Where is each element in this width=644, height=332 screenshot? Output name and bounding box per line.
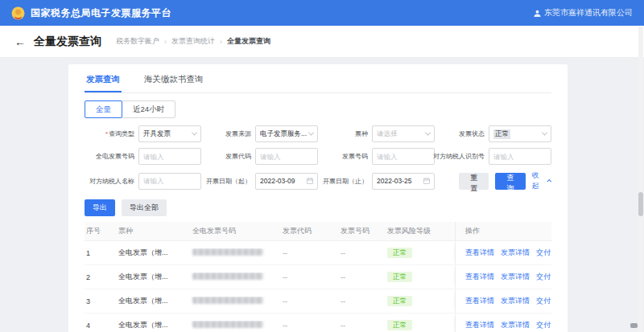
cell-ticket-type: 全电发票（增... <box>117 320 191 330</box>
invoice-status-label: 发票状态 <box>459 129 489 138</box>
cell-invoice-code: -- <box>281 273 339 281</box>
platform-brand: 国家税务总局电子发票服务平台 <box>11 6 171 20</box>
calendar-icon <box>423 178 430 184</box>
table-body: 1 全电发票（增... -- -- 正常 查看详情 发票详情 交付 2 全电发票… <box>85 241 551 332</box>
breadcrumb-item-current: 全量发票查询 <box>227 36 270 47</box>
cell-index: 3 <box>85 297 117 305</box>
collapse-link[interactable]: 收起 <box>532 170 551 191</box>
cell-ticket-type: 全电发票（增... <box>117 248 191 258</box>
tab-customs-payment-query[interactable]: 海关缴款书查询 <box>142 71 205 92</box>
header-risk-level: 发票风险等级 <box>386 226 455 236</box>
redacted-invoice-number <box>192 297 263 304</box>
cell-index: 4 <box>85 322 117 330</box>
query-type-select[interactable]: 开具发票 <box>138 125 201 142</box>
tab-invoice-query[interactable]: 发票查询 <box>85 71 122 92</box>
buyer-name-input[interactable] <box>138 173 201 190</box>
status-badge: 正常 <box>387 248 412 258</box>
browser-corner-icon <box>630 323 638 328</box>
deliver-link[interactable]: 交付 <box>536 320 551 330</box>
status-badge: 正常 <box>387 296 412 306</box>
table-row: 3 全电发票（增... -- -- 正常 查看详情 发票详情 交付 <box>85 289 551 314</box>
invoice-code-label: 发票代码 <box>225 152 255 161</box>
table-row: 4 全电发票（增... -- -- 正常 查看详情 发票详情 交付 <box>85 314 551 332</box>
query-button[interactable]: 查询 <box>495 173 525 190</box>
vertical-scrollbar-thumb[interactable] <box>638 192 643 216</box>
status-badge: 正常 <box>387 272 412 282</box>
view-detail-link[interactable]: 查看详情 <box>465 320 494 330</box>
reset-button[interactable]: 重置 <box>459 173 489 190</box>
breadcrumb-item-query-stats[interactable]: 发票查询统计 <box>171 36 215 47</box>
vertical-scrollbar-track <box>638 27 643 332</box>
platform-logo-icon <box>11 6 25 20</box>
invoice-number-input[interactable] <box>372 148 435 165</box>
page-header: ← 全量发票查询 税务数字账户 › 发票查询统计 › 全量发票查询 <box>0 26 644 58</box>
cell-invoice-code: -- <box>281 249 339 257</box>
redacted-invoice-number <box>192 273 263 280</box>
main-card: 发票查询 海关缴款书查询 全量 近24小时 *查询类型 开具发票 发票来源 电子… <box>68 64 568 332</box>
invoice-detail-link[interactable]: 发票详情 <box>501 272 530 282</box>
cell-invoice-number: -- <box>339 249 386 257</box>
invoice-detail-link[interactable]: 发票详情 <box>501 320 530 330</box>
invoice-detail-link[interactable]: 发票详情 <box>501 296 530 306</box>
chevron-down-icon <box>308 130 314 136</box>
breadcrumb: 税务数字账户 › 发票查询统计 › 全量发票查询 <box>116 36 270 47</box>
chevron-up-icon <box>547 179 552 184</box>
chevron-down-icon <box>542 130 547 136</box>
view-detail-link[interactable]: 查看详情 <box>465 296 494 306</box>
cell-ticket-type: 全电发票（增... <box>117 272 191 282</box>
range-all-button[interactable]: 全量 <box>85 100 122 118</box>
buyer-tax-id-input[interactable] <box>489 148 551 165</box>
table-row: 2 全电发票（增... -- -- 正常 查看详情 发票详情 交付 <box>85 265 551 289</box>
view-detail-link[interactable]: 查看详情 <box>465 272 494 282</box>
breadcrumb-item-account[interactable]: 税务数字账户 <box>116 36 159 47</box>
invoice-status-select[interactable]: 正常 <box>489 125 551 142</box>
deliver-link[interactable]: 交付 <box>536 272 551 282</box>
cell-invoice-code: -- <box>281 322 339 330</box>
buyer-tax-id-label: 对方纳税人识别号 <box>433 152 489 161</box>
page-title: 全量发票查询 <box>34 35 101 49</box>
breadcrumb-separator: › <box>220 38 222 46</box>
cell-index: 1 <box>85 249 117 257</box>
header-ticket-type: 票种 <box>117 226 191 236</box>
query-type-label: *查询类型 <box>105 129 138 138</box>
account-menu[interactable]: 东莞市嘉祥通讯有限公司 <box>534 7 633 18</box>
cell-ticket-type: 全电发票（增... <box>117 296 191 306</box>
export-button[interactable]: 导出 <box>85 199 115 216</box>
cell-invoice-code: -- <box>281 297 339 305</box>
redacted-invoice-number <box>192 321 263 328</box>
topbar: 国家税务总局电子发票服务平台 东莞市嘉祥通讯有限公司 <box>0 0 644 26</box>
edi-number-label: 全电发票号码 <box>96 152 138 161</box>
required-mark: * <box>105 130 108 137</box>
range-24h-button[interactable]: 近24小时 <box>122 100 175 118</box>
filter-form: *查询类型 开具发票 发票来源 电子发票服务... 票种 请选择 发票状态 正常 <box>85 125 551 191</box>
breadcrumb-separator: › <box>164 38 167 46</box>
ticket-type-select[interactable]: 请选择 <box>372 125 435 142</box>
invoice-detail-link[interactable]: 发票详情 <box>501 248 530 258</box>
export-all-button[interactable]: 导出全部 <box>122 199 167 216</box>
deliver-link[interactable]: 交付 <box>536 296 551 306</box>
deliver-link[interactable]: 交付 <box>536 248 551 258</box>
table-header-row: 序号 票种 全电发票号码 发票代码 发票号码 发票风险等级 操作 <box>85 222 551 241</box>
date-end-picker[interactable]: 2022-03-25 <box>372 173 435 190</box>
invoice-source-select[interactable]: 电子发票服务... <box>255 125 318 142</box>
export-toolbar: 导出 导出全部 <box>85 199 551 216</box>
ticket-type-label: 票种 <box>355 129 372 138</box>
header-actions: 操作 <box>455 222 551 240</box>
cell-invoice-number: -- <box>339 273 386 281</box>
cell-invoice-number: -- <box>339 322 386 330</box>
invoice-source-label: 发票来源 <box>225 129 255 138</box>
date-start-label: 开票日期（起） <box>206 177 255 186</box>
platform-title: 国家税务总局电子发票服务平台 <box>31 6 171 20</box>
calendar-icon <box>307 178 313 184</box>
back-arrow-icon[interactable]: ← <box>14 35 26 48</box>
invoice-code-input[interactable] <box>255 148 318 165</box>
status-badge: 正常 <box>387 320 412 330</box>
edi-number-input[interactable] <box>138 148 201 165</box>
header-invoice-number: 发票号码 <box>339 226 386 236</box>
header-invoice-code: 发票代码 <box>281 226 339 236</box>
invoice-number-label: 发票号码 <box>342 152 372 161</box>
date-start-picker[interactable]: 2022-03-09 <box>255 173 318 190</box>
date-end-label: 开票日期（止） <box>323 177 372 186</box>
view-detail-link[interactable]: 查看详情 <box>465 248 494 258</box>
header-edi-number: 全电发票号码 <box>191 226 281 236</box>
